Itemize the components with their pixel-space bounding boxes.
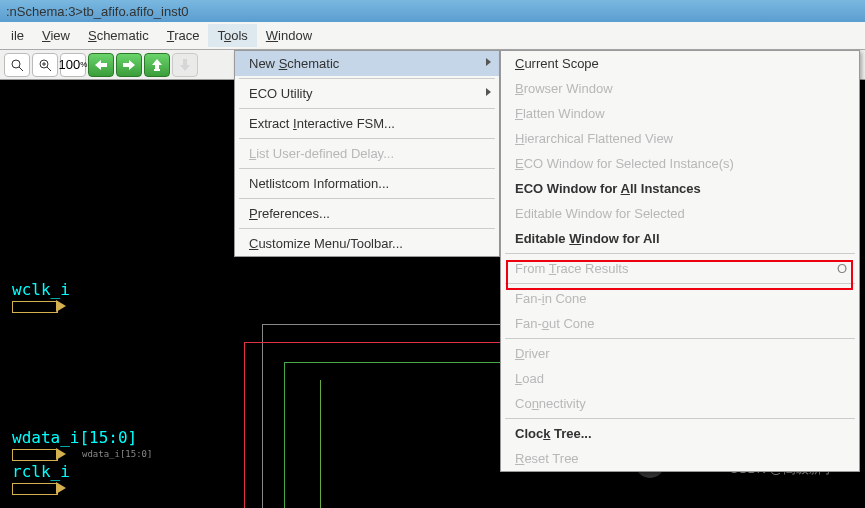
- separator: [505, 253, 855, 254]
- separator: [239, 108, 495, 109]
- menu-tools[interactable]: Tools: [208, 24, 256, 47]
- menu-connectivity: Connectivity: [501, 391, 859, 416]
- title-text: :nSchema:3>tb_afifo.afifo_inst0: [6, 4, 188, 19]
- pin-rclk[interactable]: rclk_i: [12, 462, 70, 495]
- menu-eco-utility[interactable]: ECO Utility: [235, 81, 499, 106]
- separator: [239, 168, 495, 169]
- chevron-right-icon: [486, 88, 491, 96]
- chevron-right-icon: [486, 58, 491, 66]
- wire: [262, 324, 512, 325]
- wire: [284, 362, 514, 508]
- svg-point-0: [12, 60, 20, 68]
- menu-fanout: Fan-out Cone: [501, 311, 859, 336]
- separator: [239, 198, 495, 199]
- title-bar: :nSchema:3>tb_afifo.afifo_inst0: [0, 0, 865, 22]
- menu-trace[interactable]: Trace: [158, 24, 209, 47]
- menu-list-delay: List User-defined Delay...: [235, 141, 499, 166]
- separator: [239, 138, 495, 139]
- pin-shape-icon: wdata_i[15:0]: [12, 449, 66, 461]
- menu-driver: Driver: [501, 341, 859, 366]
- menu-load: Load: [501, 366, 859, 391]
- pin-label: wdata_i[15:0]: [12, 428, 137, 447]
- zoom-pct-button[interactable]: 100%: [60, 53, 86, 77]
- menu-eco-all[interactable]: ECO Window for All Instances: [501, 176, 859, 201]
- wire: [320, 380, 321, 508]
- svg-line-5: [47, 67, 51, 71]
- zoom-fit-button[interactable]: [4, 53, 30, 77]
- menu-schematic[interactable]: Schematic: [79, 24, 158, 47]
- pin-shape-icon: [12, 483, 66, 495]
- nav-fwd-button[interactable]: [116, 53, 142, 77]
- separator: [505, 338, 855, 339]
- nav-disabled-button: [172, 53, 198, 77]
- menu-new-schematic[interactable]: New Schematic: [235, 51, 499, 76]
- menu-view[interactable]: View: [33, 24, 79, 47]
- tools-menu: New Schematic ECO Utility Extract Intera…: [234, 50, 500, 257]
- menu-current-scope[interactable]: Current Scope: [501, 51, 859, 76]
- menu-file[interactable]: ile: [2, 24, 33, 47]
- menu-window[interactable]: Window: [257, 24, 321, 47]
- separator: [239, 78, 495, 79]
- pin-wdata[interactable]: wdata_i[15:0] wdata_i[15:0]: [12, 428, 137, 461]
- menu-netlistcom[interactable]: Netlistcom Information...: [235, 171, 499, 196]
- menu-preferences[interactable]: Preferences...: [235, 201, 499, 226]
- menu-editable-all[interactable]: Editable Window for All: [501, 226, 859, 251]
- nav-up-button[interactable]: [144, 53, 170, 77]
- menu-customize[interactable]: Customize Menu/Toolbar...: [235, 231, 499, 256]
- separator: [505, 418, 855, 419]
- pin-shape-icon: [12, 301, 66, 313]
- menu-eco-selected: ECO Window for Selected Instance(s): [501, 151, 859, 176]
- menu-extract-fsm[interactable]: Extract Interactive FSM...: [235, 111, 499, 136]
- zoom-in-button[interactable]: [32, 53, 58, 77]
- menu-editable-selected: Editable Window for Selected: [501, 201, 859, 226]
- pin-label: rclk_i: [12, 462, 70, 481]
- menu-clock-tree[interactable]: Clock Tree...: [501, 421, 859, 446]
- menu-flatten-window: Flatten Window: [501, 101, 859, 126]
- menu-reset-tree: Reset Tree: [501, 446, 859, 471]
- nav-back-button[interactable]: [88, 53, 114, 77]
- menu-bar: ile View Schematic Trace Tools Window: [0, 22, 865, 50]
- pin-wclk[interactable]: wclk_i: [12, 280, 70, 313]
- pin-label: wclk_i: [12, 280, 70, 299]
- menu-browser-window: Browser Window: [501, 76, 859, 101]
- annotation-highlight: [506, 260, 853, 290]
- svg-line-1: [19, 67, 23, 71]
- separator: [239, 228, 495, 229]
- menu-hier-view: Hierarchical Flattened View: [501, 126, 859, 151]
